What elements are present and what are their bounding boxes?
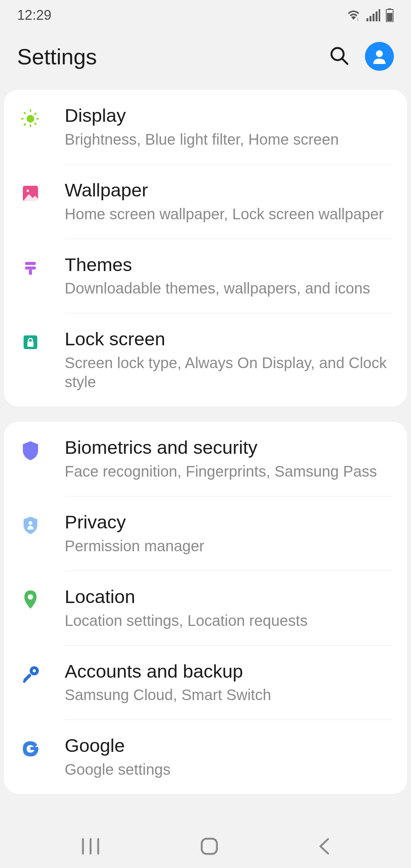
svg-rect-23 <box>25 262 36 265</box>
item-subtitle: Samsung Cloud, Smart Switch <box>65 685 392 704</box>
item-title: Lock screen <box>65 328 392 350</box>
svg-rect-37 <box>202 839 217 854</box>
item-title: Display <box>65 104 392 127</box>
svg-rect-8 <box>387 13 392 21</box>
battery-icon <box>386 8 394 22</box>
svg-line-20 <box>35 113 37 114</box>
location-pin-icon <box>19 589 42 611</box>
item-title: Google <box>65 734 392 757</box>
item-subtitle: Home screen wallpaper, Lock screen wallp… <box>65 204 392 223</box>
back-icon <box>317 837 332 856</box>
svg-rect-25 <box>29 270 32 275</box>
svg-point-22 <box>27 190 29 192</box>
svg-text:↓: ↓ <box>357 16 359 21</box>
lock-screen-icon <box>19 331 42 354</box>
item-title: Privacy <box>65 511 392 533</box>
item-title: Biometrics and security <box>65 436 392 459</box>
svg-line-10 <box>342 59 347 64</box>
settings-item-google[interactable]: Google Google settings <box>4 720 407 794</box>
item-title: Location <box>65 586 392 608</box>
item-subtitle: Downloadable themes, wallpapers, and ico… <box>65 279 392 298</box>
home-icon <box>200 837 219 856</box>
item-subtitle: Face recognition, Fingerprints, Samsung … <box>65 462 392 481</box>
google-icon <box>19 737 42 760</box>
navigation-bar <box>0 826 411 868</box>
item-subtitle: Screen lock type, Always On Display, and… <box>65 353 392 391</box>
status-bar: 12:29 ↓ <box>0 0 411 30</box>
svg-point-29 <box>28 594 33 600</box>
brightness-icon <box>19 107 42 130</box>
wallpaper-icon <box>19 182 42 205</box>
svg-line-19 <box>24 123 26 125</box>
recents-icon <box>79 837 102 856</box>
svg-rect-2 <box>370 16 371 21</box>
nav-home-button[interactable] <box>200 837 219 857</box>
nav-back-button[interactable] <box>317 837 332 857</box>
settings-item-display[interactable]: Display Brightness, Blue light filter, H… <box>4 90 407 164</box>
item-subtitle: Brightness, Blue light filter, Home scre… <box>65 130 392 149</box>
settings-item-themes[interactable]: Themes Downloadable themes, wallpapers, … <box>4 239 407 313</box>
item-subtitle: Permission manager <box>65 536 392 555</box>
settings-item-location[interactable]: Location Location settings, Location req… <box>4 571 407 645</box>
svg-point-28 <box>29 521 32 525</box>
signal-icon <box>366 9 380 21</box>
header: Settings <box>0 30 411 90</box>
privacy-shield-icon <box>19 514 42 537</box>
key-icon <box>19 663 42 686</box>
nav-recents-button[interactable] <box>79 837 102 857</box>
status-time: 12:29 <box>17 7 51 23</box>
themes-icon <box>19 257 42 279</box>
settings-item-biometrics[interactable]: Biometrics and security Face recognition… <box>4 422 407 496</box>
wifi-icon: ↓ <box>346 9 361 21</box>
search-button[interactable] <box>328 45 350 68</box>
svg-point-11 <box>376 50 383 57</box>
item-subtitle: Google settings <box>65 760 392 779</box>
svg-point-31 <box>33 669 36 672</box>
item-title: Themes <box>65 254 392 276</box>
settings-item-wallpaper[interactable]: Wallpaper Home screen wallpaper, Lock sc… <box>4 164 407 239</box>
settings-item-privacy[interactable]: Privacy Permission manager <box>4 496 407 571</box>
item-title: Wallpaper <box>65 179 392 201</box>
settings-item-lock-screen[interactable]: Lock screen Screen lock type, Always On … <box>4 313 407 407</box>
svg-rect-24 <box>25 266 36 270</box>
settings-item-accounts[interactable]: Accounts and backup Samsung Cloud, Smart… <box>4 646 407 720</box>
account-button[interactable] <box>365 42 394 71</box>
svg-rect-27 <box>27 341 33 347</box>
svg-point-12 <box>27 115 34 123</box>
search-icon <box>328 45 350 66</box>
status-icons: ↓ <box>346 8 394 22</box>
page-title: Settings <box>17 44 97 69</box>
svg-rect-3 <box>373 14 374 21</box>
svg-line-17 <box>24 113 26 114</box>
item-subtitle: Location settings, Location requests <box>65 611 392 630</box>
settings-group-display: Display Brightness, Blue light filter, H… <box>4 90 407 407</box>
person-icon <box>371 48 388 65</box>
svg-rect-1 <box>366 18 368 21</box>
svg-rect-5 <box>379 9 380 21</box>
item-title: Accounts and backup <box>65 660 392 683</box>
svg-rect-4 <box>376 11 378 21</box>
shield-icon <box>19 439 42 462</box>
svg-line-18 <box>35 123 37 125</box>
settings-group-security: Biometrics and security Face recognition… <box>4 422 407 794</box>
